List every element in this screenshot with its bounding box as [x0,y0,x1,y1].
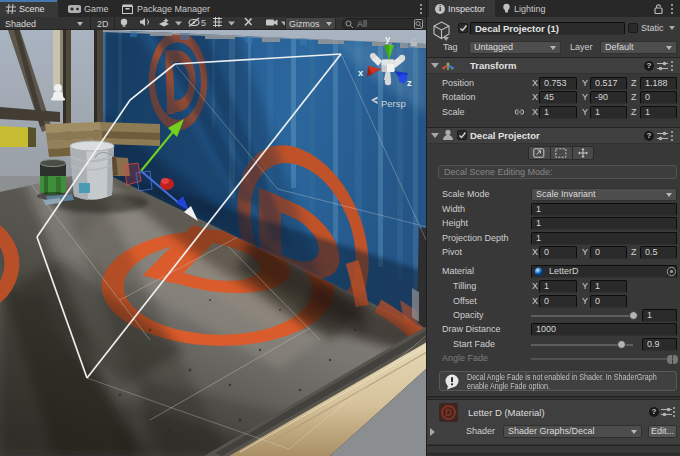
svg-text:x: x [358,67,364,78]
svg-text:z: z [407,77,412,88]
svg-text:5: 5 [201,18,206,28]
svg-text:y: y [385,33,391,44]
svg-text:Persp: Persp [381,98,406,109]
